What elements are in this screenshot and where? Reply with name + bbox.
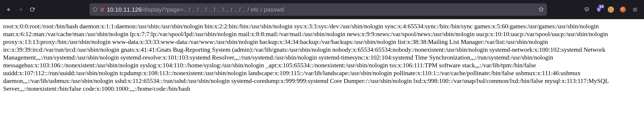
- reload-button[interactable]: [28, 5, 37, 14]
- app-menu-button[interactable]: [630, 5, 640, 14]
- tracking-protection-button[interactable]: 13: [594, 5, 603, 14]
- pocket-button[interactable]: [582, 5, 591, 14]
- insecure-lock-icon[interactable]: [100, 7, 105, 12]
- back-button[interactable]: [4, 5, 14, 14]
- reload-icon: [30, 7, 35, 12]
- foxyproxy-icon: [620, 6, 626, 13]
- url-bar[interactable]: 10.10.11.126/display/?page=.. / .. / .. …: [90, 3, 547, 16]
- star-icon: [538, 6, 544, 12]
- cookie-icon: [608, 6, 614, 13]
- browser-toolbar: 10.10.11.126/display/?page=.. / .. / .. …: [0, 0, 644, 19]
- pocket-icon: [584, 7, 590, 12]
- forward-button[interactable]: [16, 5, 25, 14]
- extension-cookie-button[interactable]: [606, 5, 616, 14]
- notification-badge: 13: [598, 5, 604, 8]
- nav-buttons: [4, 5, 37, 14]
- url-text[interactable]: 10.10.11.126/display/?page=.. / .. / .. …: [107, 6, 536, 13]
- url-host: 10.10.11.126: [107, 6, 142, 13]
- hamburger-icon: [632, 7, 638, 12]
- toolbar-right-tools: 13: [582, 5, 640, 14]
- svg-marker-4: [539, 7, 544, 11]
- bookmark-button[interactable]: [538, 6, 544, 13]
- page-content: root:x:0:0:root:/root:/bin/bash daemon:x…: [0, 19, 644, 96]
- arrow-left-icon: [6, 7, 12, 12]
- passwd-dump-text: root:x:0:0:root:/root:/bin/bash daemon:x…: [3, 23, 609, 92]
- arrow-right-icon: [18, 7, 23, 12]
- url-path: /display/?page=.. / .. / .. / .. / .. / …: [142, 6, 284, 13]
- extension-foxyproxy-button[interactable]: [618, 5, 628, 14]
- shield-outline-icon[interactable]: [92, 7, 98, 12]
